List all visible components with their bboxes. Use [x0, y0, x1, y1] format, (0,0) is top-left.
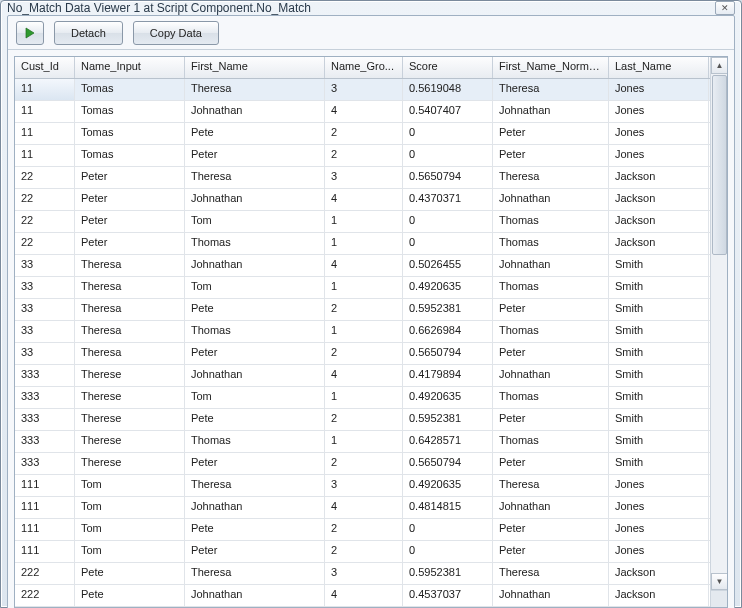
- table-cell[interactable]: Theresa: [493, 563, 609, 584]
- table-cell[interactable]: 0: [403, 123, 493, 144]
- table-cell[interactable]: Pete: [185, 123, 325, 144]
- table-cell[interactable]: 22: [15, 211, 75, 232]
- table-cell[interactable]: Peter: [493, 409, 609, 430]
- table-cell[interactable]: Therese: [75, 387, 185, 408]
- column-header-nameinput[interactable]: Name_Input: [75, 57, 185, 78]
- table-cell[interactable]: Tom: [185, 277, 325, 298]
- table-cell[interactable]: 111: [15, 497, 75, 518]
- table-cell[interactable]: Tom: [75, 541, 185, 562]
- table-cell[interactable]: 2: [325, 123, 403, 144]
- table-row[interactable]: 333ThereseTom10.4920635ThomasSmith: [15, 387, 710, 409]
- table-cell[interactable]: Jones: [609, 497, 709, 518]
- table-cell[interactable]: 333: [15, 365, 75, 386]
- table-cell[interactable]: 111: [15, 475, 75, 496]
- table-cell[interactable]: 2: [325, 519, 403, 540]
- table-cell[interactable]: 0: [403, 541, 493, 562]
- table-cell[interactable]: 22: [15, 167, 75, 188]
- table-cell[interactable]: 0.4537037: [403, 585, 493, 606]
- table-cell[interactable]: Tomas: [75, 145, 185, 166]
- table-cell[interactable]: Jones: [609, 79, 709, 100]
- table-cell[interactable]: Jackson: [609, 585, 709, 606]
- table-cell[interactable]: 2: [325, 541, 403, 562]
- table-cell[interactable]: Theresa: [75, 343, 185, 364]
- table-cell[interactable]: 4: [325, 497, 403, 518]
- table-cell[interactable]: Peter: [185, 453, 325, 474]
- table-cell[interactable]: 0.5407407: [403, 101, 493, 122]
- table-row[interactable]: 333TheresePeter20.5650794PeterSmith: [15, 453, 710, 475]
- table-cell[interactable]: Tomas: [75, 101, 185, 122]
- table-cell[interactable]: 33: [15, 277, 75, 298]
- table-cell[interactable]: 0.5650794: [403, 167, 493, 188]
- table-cell[interactable]: Thomas: [493, 211, 609, 232]
- table-cell[interactable]: Johnathan: [493, 497, 609, 518]
- grid-body[interactable]: 11TomasTheresa30.5619048TheresaJones11To…: [15, 79, 710, 607]
- table-cell[interactable]: Jones: [609, 145, 709, 166]
- table-cell[interactable]: Therese: [75, 431, 185, 452]
- table-cell[interactable]: Jackson: [609, 167, 709, 188]
- table-cell[interactable]: Jackson: [609, 211, 709, 232]
- table-cell[interactable]: Pete: [185, 409, 325, 430]
- vertical-scrollbar[interactable]: ▲ ▼: [710, 57, 727, 607]
- table-cell[interactable]: 222: [15, 585, 75, 606]
- table-cell[interactable]: Tom: [75, 497, 185, 518]
- table-row[interactable]: 111TomJohnathan40.4814815JohnathanJones: [15, 497, 710, 519]
- table-cell[interactable]: Johnathan: [493, 101, 609, 122]
- titlebar[interactable]: No_Match Data Viewer 1 at Script Compone…: [1, 1, 741, 15]
- table-cell[interactable]: 0.5952381: [403, 299, 493, 320]
- table-cell[interactable]: Smith: [609, 255, 709, 276]
- table-cell[interactable]: Tom: [75, 519, 185, 540]
- table-cell[interactable]: Theresa: [185, 167, 325, 188]
- table-cell[interactable]: Johnathan: [493, 365, 609, 386]
- play-button[interactable]: [16, 21, 44, 45]
- table-cell[interactable]: 2: [325, 453, 403, 474]
- table-cell[interactable]: 0.4920635: [403, 475, 493, 496]
- table-cell[interactable]: 0.5952381: [403, 563, 493, 584]
- table-row[interactable]: 11TomasTheresa30.5619048TheresaJones: [15, 79, 710, 101]
- table-cell[interactable]: 33: [15, 255, 75, 276]
- table-cell[interactable]: 2: [325, 409, 403, 430]
- table-cell[interactable]: Smith: [609, 321, 709, 342]
- table-cell[interactable]: 0.4920635: [403, 277, 493, 298]
- table-cell[interactable]: 4: [325, 365, 403, 386]
- table-cell[interactable]: Thomas: [185, 431, 325, 452]
- table-cell[interactable]: Peter: [493, 123, 609, 144]
- table-row[interactable]: 33TheresaJohnathan40.5026455JohnathanSmi…: [15, 255, 710, 277]
- table-cell[interactable]: 1: [325, 233, 403, 254]
- table-cell[interactable]: 333: [15, 431, 75, 452]
- table-cell[interactable]: Smith: [609, 277, 709, 298]
- table-row[interactable]: 222PeteJohnathan40.4537037JohnathanJacks…: [15, 585, 710, 607]
- table-cell[interactable]: Pete: [75, 563, 185, 584]
- table-cell[interactable]: 2: [325, 343, 403, 364]
- table-cell[interactable]: Peter: [185, 343, 325, 364]
- table-cell[interactable]: Jones: [609, 475, 709, 496]
- table-row[interactable]: 333ThereseThomas10.6428571ThomasSmith: [15, 431, 710, 453]
- table-cell[interactable]: 0.5026455: [403, 255, 493, 276]
- table-cell[interactable]: 1: [325, 277, 403, 298]
- table-cell[interactable]: 22: [15, 189, 75, 210]
- table-cell[interactable]: Smith: [609, 343, 709, 364]
- table-cell[interactable]: Thomas: [185, 233, 325, 254]
- table-row[interactable]: 33TheresaTom10.4920635ThomasSmith: [15, 277, 710, 299]
- table-cell[interactable]: Theresa: [493, 167, 609, 188]
- table-cell[interactable]: 22: [15, 233, 75, 254]
- table-row[interactable]: 333TheresePete20.5952381PeterSmith: [15, 409, 710, 431]
- table-cell[interactable]: Peter: [75, 167, 185, 188]
- table-cell[interactable]: Peter: [185, 145, 325, 166]
- table-cell[interactable]: Tomas: [75, 79, 185, 100]
- table-cell[interactable]: 0: [403, 145, 493, 166]
- table-cell[interactable]: Therese: [75, 409, 185, 430]
- table-cell[interactable]: 33: [15, 343, 75, 364]
- table-cell[interactable]: 1: [325, 387, 403, 408]
- table-cell[interactable]: 4: [325, 189, 403, 210]
- table-cell[interactable]: 2: [325, 145, 403, 166]
- table-row[interactable]: 33TheresaPeter20.5650794PeterSmith: [15, 343, 710, 365]
- table-row[interactable]: 33TheresaPete20.5952381PeterSmith: [15, 299, 710, 321]
- table-cell[interactable]: 0.5650794: [403, 453, 493, 474]
- table-cell[interactable]: 11: [15, 101, 75, 122]
- table-row[interactable]: 111TomPete20PeterJones: [15, 519, 710, 541]
- table-cell[interactable]: Smith: [609, 453, 709, 474]
- table-cell[interactable]: 11: [15, 123, 75, 144]
- table-cell[interactable]: 333: [15, 409, 75, 430]
- table-cell[interactable]: Tom: [185, 211, 325, 232]
- table-cell[interactable]: 33: [15, 299, 75, 320]
